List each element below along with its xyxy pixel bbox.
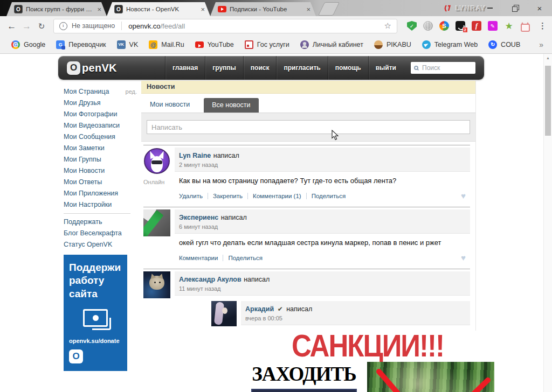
minimize-icon[interactable] (478, 0, 502, 16)
sidebar-item-status[interactable]: Статус OpenVK (64, 239, 137, 250)
sidebar-item-my-page[interactable]: Моя Страница ред. (64, 86, 137, 97)
cat-outline-extension-icon[interactable] (520, 22, 530, 31)
sidebar-item-settings[interactable]: Мои Настройки (64, 199, 137, 211)
tab-strip: O Поиск групп - фурри - C × O Новости - … (0, 0, 552, 16)
sidebar-item-notes[interactable]: Мои Заметки (64, 143, 137, 154)
compose-input[interactable] (147, 120, 470, 134)
donate-banner[interactable]: Поддержи работу сайта openvk.su/donate O (64, 255, 127, 371)
sidebar-item-answers[interactable]: Мои Ответы (64, 177, 137, 188)
nav-search[interactable]: поиск (243, 56, 277, 80)
editor-extension-icon[interactable]: ✎ (488, 21, 498, 31)
address-bar[interactable]: i Не защищено openvk.co/feed/all ☆ (53, 19, 397, 33)
tab-search-groups[interactable]: O Поиск групп - фурри - C × (6, 2, 107, 16)
header-search-box[interactable] (411, 62, 475, 74)
tab-close-icon[interactable]: × (96, 6, 102, 13)
comments-link[interactable]: Комментарии (179, 255, 218, 261)
like-heart-icon[interactable]: ♥ (461, 253, 466, 262)
page-scrollbar[interactable]: ▲ (543, 54, 552, 392)
bookmarks-overflow-icon[interactable]: » (539, 40, 546, 49)
tab-youtube-subs[interactable]: Подписки - YouTube × (210, 2, 316, 16)
share-link[interactable]: Поделиться (223, 255, 263, 261)
sidebar-label: Поддержать (64, 216, 102, 228)
share-link[interactable]: Поделиться (306, 193, 346, 199)
avatar[interactable] (143, 271, 170, 298)
repost-body: Аркадий ✔ написал вчера в 00:05 САНКЦИИ!… (241, 301, 470, 392)
sidebar-item-photos[interactable]: Мои Фотографии (64, 109, 137, 120)
forward-icon[interactable]: → (20, 22, 33, 31)
nav-home[interactable]: главная (165, 56, 205, 80)
nav-help[interactable]: помощь (328, 56, 368, 80)
nav-groups[interactable]: группы (205, 56, 243, 80)
browser-menu-icon[interactable]: ⋮ (539, 21, 547, 31)
header-search-input[interactable] (421, 64, 472, 72)
savefrom-extension-icon[interactable]: S (439, 21, 449, 31)
url-text[interactable]: openvk.co/feed/all (128, 22, 185, 30)
bookmark-mailru[interactable]: @Mail.Ru (144, 38, 189, 51)
tab-my-news[interactable]: Мои новости (150, 101, 190, 113)
reload-icon[interactable]: ↻ (35, 22, 48, 30)
sidebar-item-friends[interactable]: Мои Друзья (64, 97, 137, 109)
avatar[interactable] (143, 148, 170, 174)
avatar-art (154, 282, 156, 283)
flash-extension-icon[interactable]: f (472, 21, 481, 31)
translate-g: G (59, 42, 63, 47)
wrote-label: написал (213, 152, 239, 159)
scroll-up-icon[interactable]: ▲ (544, 54, 552, 62)
sidebar-item-messages[interactable]: Мои Сообщения (64, 131, 137, 143)
sidebar-item-blog[interactable]: Блог Веселкрафта (64, 228, 137, 239)
bookmark-translate[interactable]: GПереводчик (51, 38, 111, 51)
repost-author-link[interactable]: Аркадий (245, 305, 274, 313)
bookmark-gosuslugi[interactable]: Гос услуги (240, 38, 294, 51)
sidebar-item-videos[interactable]: Мои Видеозаписи (64, 120, 137, 131)
tab-close-icon[interactable]: × (305, 6, 312, 13)
close-icon[interactable]: × (527, 0, 552, 16)
author-link[interactable]: Lyn Raine (179, 152, 211, 159)
sidebar-item-apps[interactable]: Мои Приложения (64, 188, 137, 199)
sidebar-item-groups[interactable]: Мои Группы (64, 154, 137, 165)
post-image[interactable]: САНКЦИИ!!! ЗАХОДИТЬ Ярослав Бєлоград НА … (241, 331, 494, 392)
google-g: G (13, 42, 18, 47)
delete-link[interactable]: Удалить (179, 193, 203, 199)
sidebar-edit-link[interactable]: ред. (126, 86, 137, 97)
bookmark-vk[interactable]: VKVK (112, 38, 143, 51)
compose-area (141, 113, 475, 142)
pikabu-icon (374, 40, 383, 49)
comments-link[interactable]: Комментарии (1) (247, 193, 301, 199)
openvk-logo[interactable]: O penVK (58, 61, 117, 75)
pin-link[interactable]: Закрепить (208, 193, 243, 199)
bookmark-account[interactable]: Личный кабинет (295, 38, 368, 51)
pencil-icon: ✎ (491, 23, 495, 29)
bookmark-label: VK (129, 41, 139, 48)
nav-logout[interactable]: выйти (368, 56, 403, 80)
bookmark-coub[interactable]: ↻COUB (484, 38, 525, 51)
sidebar-item-support[interactable]: Поддержать (64, 216, 137, 228)
adblock-shield-icon[interactable]: ✓ (407, 21, 417, 31)
bookmark-google[interactable]: GGoogle (6, 38, 50, 51)
star-extension-icon[interactable]: ★ (504, 21, 514, 31)
tab-close-icon[interactable]: × (199, 6, 206, 13)
author-link[interactable]: Экспериенс (179, 214, 218, 221)
tab-all-news[interactable]: Все новости (204, 98, 258, 113)
bookmark-pikabu[interactable]: PIKABU (369, 38, 416, 51)
back-icon[interactable]: ← (5, 22, 18, 31)
new-tab-button[interactable] (318, 2, 340, 16)
globe-extension-icon[interactable] (423, 21, 433, 31)
security-label[interactable]: Не защищено (72, 22, 115, 30)
bookmark-youtube[interactable]: YouTube (190, 39, 239, 51)
sidebar-item-news[interactable]: Мои Новости (64, 165, 137, 177)
tab-news-openvk[interactable]: O Новости - OpenVK × (107, 2, 210, 16)
cat-extension-icon[interactable]: 2 (456, 21, 465, 31)
avatar[interactable] (143, 209, 170, 236)
like-heart-icon[interactable]: ♥ (461, 191, 466, 200)
nav-invite[interactable]: пригласить (276, 56, 327, 80)
restore-icon[interactable] (502, 0, 527, 16)
search-icon (414, 66, 418, 70)
openvk-logo-o-icon: O (67, 61, 80, 75)
repost-avatar[interactable] (211, 301, 237, 326)
author-link[interactable]: Александр Акулов (179, 276, 242, 283)
bookmark-telegram[interactable]: Telegram Web (417, 38, 482, 51)
bookmark-star-icon[interactable]: ☆ (384, 21, 391, 31)
scrollbar-thumb[interactable] (545, 66, 551, 136)
post-time: 6 минут назад (179, 223, 466, 230)
info-icon[interactable]: i (59, 22, 67, 30)
